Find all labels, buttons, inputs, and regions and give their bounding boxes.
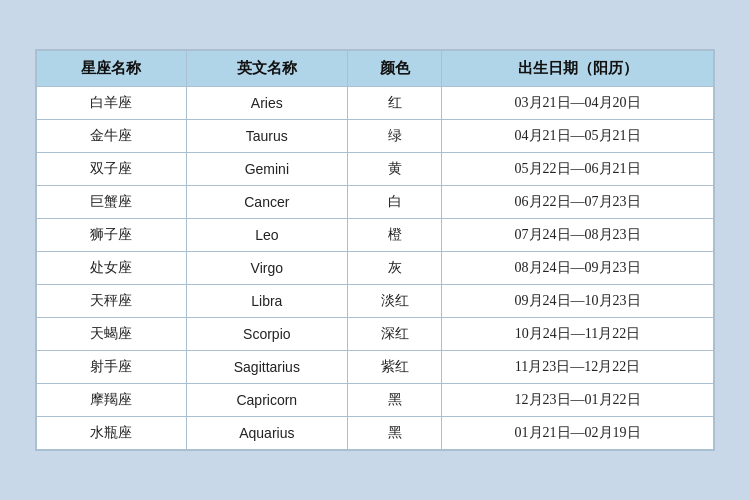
table-row: 巨蟹座Cancer白06月22日—07月23日 [37,186,714,219]
cell-color: 红 [347,87,441,120]
cell-zh-name: 处女座 [37,252,187,285]
table-row: 处女座Virgo灰08月24日—09月23日 [37,252,714,285]
header-zh-name: 星座名称 [37,51,187,87]
cell-date: 08月24日—09月23日 [442,252,714,285]
cell-en-name: Virgo [186,252,347,285]
cell-color: 灰 [347,252,441,285]
table-row: 双子座Gemini黄05月22日—06月21日 [37,153,714,186]
cell-date: 12月23日—01月22日 [442,384,714,417]
cell-zh-name: 天秤座 [37,285,187,318]
table-row: 摩羯座Capricorn黑12月23日—01月22日 [37,384,714,417]
table-row: 天秤座Libra淡红09月24日—10月23日 [37,285,714,318]
cell-zh-name: 狮子座 [37,219,187,252]
cell-zh-name: 双子座 [37,153,187,186]
header-color: 颜色 [347,51,441,87]
cell-color: 黄 [347,153,441,186]
cell-color: 深红 [347,318,441,351]
table-row: 金牛座Taurus绿04月21日—05月21日 [37,120,714,153]
cell-zh-name: 射手座 [37,351,187,384]
cell-en-name: Gemini [186,153,347,186]
cell-zh-name: 白羊座 [37,87,187,120]
cell-en-name: Cancer [186,186,347,219]
cell-en-name: Aries [186,87,347,120]
cell-zh-name: 金牛座 [37,120,187,153]
table-header-row: 星座名称 英文名称 颜色 出生日期（阳历） [37,51,714,87]
cell-en-name: Capricorn [186,384,347,417]
cell-color: 淡红 [347,285,441,318]
cell-color: 黑 [347,417,441,450]
cell-en-name: Libra [186,285,347,318]
table-row: 天蝎座Scorpio深红10月24日—11月22日 [37,318,714,351]
cell-en-name: Scorpio [186,318,347,351]
cell-zh-name: 巨蟹座 [37,186,187,219]
cell-date: 11月23日—12月22日 [442,351,714,384]
cell-color: 绿 [347,120,441,153]
cell-color: 橙 [347,219,441,252]
cell-color: 白 [347,186,441,219]
cell-date: 06月22日—07月23日 [442,186,714,219]
cell-color: 紫红 [347,351,441,384]
table-row: 射手座Sagittarius紫红11月23日—12月22日 [37,351,714,384]
table-row: 狮子座Leo橙07月24日—08月23日 [37,219,714,252]
cell-date: 04月21日—05月21日 [442,120,714,153]
cell-color: 黑 [347,384,441,417]
cell-zh-name: 天蝎座 [37,318,187,351]
cell-zh-name: 摩羯座 [37,384,187,417]
zodiac-table: 星座名称 英文名称 颜色 出生日期（阳历） 白羊座Aries红03月21日—04… [36,50,714,450]
cell-zh-name: 水瓶座 [37,417,187,450]
cell-date: 10月24日—11月22日 [442,318,714,351]
cell-date: 05月22日—06月21日 [442,153,714,186]
header-en-name: 英文名称 [186,51,347,87]
cell-en-name: Taurus [186,120,347,153]
cell-date: 07月24日—08月23日 [442,219,714,252]
header-date: 出生日期（阳历） [442,51,714,87]
cell-date: 01月21日—02月19日 [442,417,714,450]
cell-date: 09月24日—10月23日 [442,285,714,318]
zodiac-table-container: 星座名称 英文名称 颜色 出生日期（阳历） 白羊座Aries红03月21日—04… [35,49,715,451]
cell-en-name: Leo [186,219,347,252]
table-row: 白羊座Aries红03月21日—04月20日 [37,87,714,120]
cell-date: 03月21日—04月20日 [442,87,714,120]
cell-en-name: Aquarius [186,417,347,450]
table-row: 水瓶座Aquarius黑01月21日—02月19日 [37,417,714,450]
cell-en-name: Sagittarius [186,351,347,384]
